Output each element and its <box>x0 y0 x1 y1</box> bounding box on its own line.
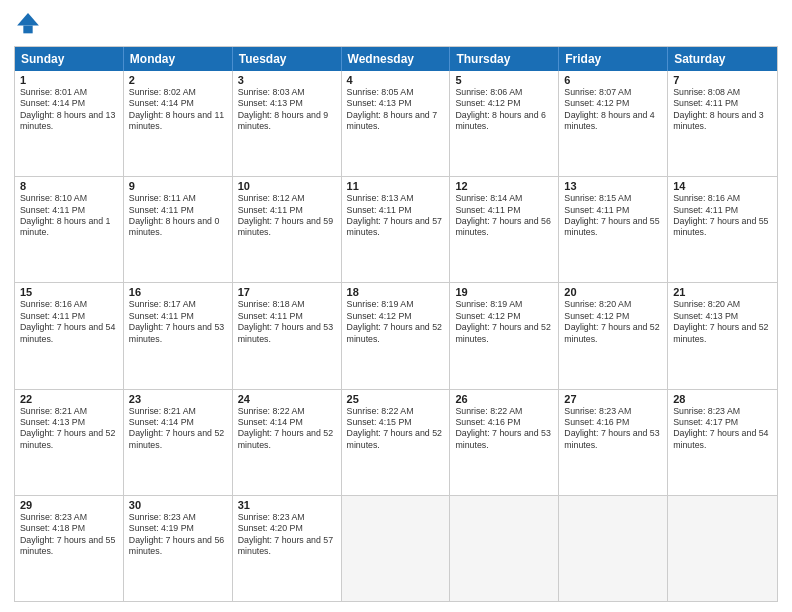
day-number: 24 <box>238 393 336 405</box>
day-number: 3 <box>238 74 336 86</box>
cell-details: Sunrise: 8:15 AM Sunset: 4:11 PM Dayligh… <box>564 193 662 239</box>
calendar-cell: 8Sunrise: 8:10 AM Sunset: 4:11 PM Daylig… <box>15 177 124 282</box>
day-number: 8 <box>20 180 118 192</box>
calendar-header: SundayMondayTuesdayWednesdayThursdayFrid… <box>15 47 777 71</box>
cell-details: Sunrise: 8:22 AM Sunset: 4:16 PM Dayligh… <box>455 406 553 452</box>
cell-details: Sunrise: 8:08 AM Sunset: 4:11 PM Dayligh… <box>673 87 772 133</box>
calendar: SundayMondayTuesdayWednesdayThursdayFrid… <box>14 46 778 602</box>
header-cell-tuesday: Tuesday <box>233 47 342 71</box>
cell-details: Sunrise: 8:01 AM Sunset: 4:14 PM Dayligh… <box>20 87 118 133</box>
calendar-cell: 30Sunrise: 8:23 AM Sunset: 4:19 PM Dayli… <box>124 496 233 601</box>
day-number: 11 <box>347 180 445 192</box>
cell-details: Sunrise: 8:23 AM Sunset: 4:18 PM Dayligh… <box>20 512 118 558</box>
day-number: 20 <box>564 286 662 298</box>
calendar-cell: 15Sunrise: 8:16 AM Sunset: 4:11 PM Dayli… <box>15 283 124 388</box>
day-number: 25 <box>347 393 445 405</box>
calendar-cell: 2Sunrise: 8:02 AM Sunset: 4:14 PM Daylig… <box>124 71 233 176</box>
day-number: 4 <box>347 74 445 86</box>
calendar-row-3: 15Sunrise: 8:16 AM Sunset: 4:11 PM Dayli… <box>15 282 777 388</box>
cell-details: Sunrise: 8:07 AM Sunset: 4:12 PM Dayligh… <box>564 87 662 133</box>
calendar-cell: 5Sunrise: 8:06 AM Sunset: 4:12 PM Daylig… <box>450 71 559 176</box>
cell-details: Sunrise: 8:13 AM Sunset: 4:11 PM Dayligh… <box>347 193 445 239</box>
calendar-cell: 25Sunrise: 8:22 AM Sunset: 4:15 PM Dayli… <box>342 390 451 495</box>
cell-details: Sunrise: 8:02 AM Sunset: 4:14 PM Dayligh… <box>129 87 227 133</box>
calendar-cell: 24Sunrise: 8:22 AM Sunset: 4:14 PM Dayli… <box>233 390 342 495</box>
header <box>14 10 778 38</box>
header-cell-thursday: Thursday <box>450 47 559 71</box>
cell-details: Sunrise: 8:12 AM Sunset: 4:11 PM Dayligh… <box>238 193 336 239</box>
day-number: 16 <box>129 286 227 298</box>
calendar-cell: 31Sunrise: 8:23 AM Sunset: 4:20 PM Dayli… <box>233 496 342 601</box>
cell-details: Sunrise: 8:06 AM Sunset: 4:12 PM Dayligh… <box>455 87 553 133</box>
calendar-body: 1Sunrise: 8:01 AM Sunset: 4:14 PM Daylig… <box>15 71 777 601</box>
cell-details: Sunrise: 8:21 AM Sunset: 4:13 PM Dayligh… <box>20 406 118 452</box>
calendar-cell: 6Sunrise: 8:07 AM Sunset: 4:12 PM Daylig… <box>559 71 668 176</box>
day-number: 17 <box>238 286 336 298</box>
calendar-cell: 21Sunrise: 8:20 AM Sunset: 4:13 PM Dayli… <box>668 283 777 388</box>
cell-details: Sunrise: 8:11 AM Sunset: 4:11 PM Dayligh… <box>129 193 227 239</box>
cell-details: Sunrise: 8:23 AM Sunset: 4:19 PM Dayligh… <box>129 512 227 558</box>
logo <box>14 10 46 38</box>
calendar-cell: 14Sunrise: 8:16 AM Sunset: 4:11 PM Dayli… <box>668 177 777 282</box>
cell-details: Sunrise: 8:23 AM Sunset: 4:17 PM Dayligh… <box>673 406 772 452</box>
cell-details: Sunrise: 8:23 AM Sunset: 4:16 PM Dayligh… <box>564 406 662 452</box>
header-cell-wednesday: Wednesday <box>342 47 451 71</box>
calendar-row-5: 29Sunrise: 8:23 AM Sunset: 4:18 PM Dayli… <box>15 495 777 601</box>
calendar-cell <box>342 496 451 601</box>
cell-details: Sunrise: 8:23 AM Sunset: 4:20 PM Dayligh… <box>238 512 336 558</box>
calendar-cell <box>559 496 668 601</box>
day-number: 21 <box>673 286 772 298</box>
calendar-cell: 26Sunrise: 8:22 AM Sunset: 4:16 PM Dayli… <box>450 390 559 495</box>
calendar-cell: 20Sunrise: 8:20 AM Sunset: 4:12 PM Dayli… <box>559 283 668 388</box>
calendar-row-1: 1Sunrise: 8:01 AM Sunset: 4:14 PM Daylig… <box>15 71 777 176</box>
day-number: 9 <box>129 180 227 192</box>
calendar-cell: 23Sunrise: 8:21 AM Sunset: 4:14 PM Dayli… <box>124 390 233 495</box>
day-number: 31 <box>238 499 336 511</box>
calendar-cell: 13Sunrise: 8:15 AM Sunset: 4:11 PM Dayli… <box>559 177 668 282</box>
cell-details: Sunrise: 8:22 AM Sunset: 4:15 PM Dayligh… <box>347 406 445 452</box>
calendar-cell: 18Sunrise: 8:19 AM Sunset: 4:12 PM Dayli… <box>342 283 451 388</box>
cell-details: Sunrise: 8:14 AM Sunset: 4:11 PM Dayligh… <box>455 193 553 239</box>
calendar-cell: 22Sunrise: 8:21 AM Sunset: 4:13 PM Dayli… <box>15 390 124 495</box>
day-number: 30 <box>129 499 227 511</box>
calendar-cell: 12Sunrise: 8:14 AM Sunset: 4:11 PM Dayli… <box>450 177 559 282</box>
day-number: 5 <box>455 74 553 86</box>
calendar-row-4: 22Sunrise: 8:21 AM Sunset: 4:13 PM Dayli… <box>15 389 777 495</box>
day-number: 27 <box>564 393 662 405</box>
cell-details: Sunrise: 8:22 AM Sunset: 4:14 PM Dayligh… <box>238 406 336 452</box>
logo-icon <box>14 10 42 38</box>
day-number: 6 <box>564 74 662 86</box>
page: SundayMondayTuesdayWednesdayThursdayFrid… <box>0 0 792 612</box>
day-number: 12 <box>455 180 553 192</box>
calendar-cell: 9Sunrise: 8:11 AM Sunset: 4:11 PM Daylig… <box>124 177 233 282</box>
calendar-cell: 3Sunrise: 8:03 AM Sunset: 4:13 PM Daylig… <box>233 71 342 176</box>
cell-details: Sunrise: 8:19 AM Sunset: 4:12 PM Dayligh… <box>347 299 445 345</box>
day-number: 26 <box>455 393 553 405</box>
calendar-row-2: 8Sunrise: 8:10 AM Sunset: 4:11 PM Daylig… <box>15 176 777 282</box>
cell-details: Sunrise: 8:17 AM Sunset: 4:11 PM Dayligh… <box>129 299 227 345</box>
day-number: 22 <box>20 393 118 405</box>
header-cell-sunday: Sunday <box>15 47 124 71</box>
day-number: 13 <box>564 180 662 192</box>
cell-details: Sunrise: 8:03 AM Sunset: 4:13 PM Dayligh… <box>238 87 336 133</box>
day-number: 15 <box>20 286 118 298</box>
calendar-cell <box>450 496 559 601</box>
day-number: 28 <box>673 393 772 405</box>
calendar-cell: 17Sunrise: 8:18 AM Sunset: 4:11 PM Dayli… <box>233 283 342 388</box>
calendar-cell: 1Sunrise: 8:01 AM Sunset: 4:14 PM Daylig… <box>15 71 124 176</box>
day-number: 18 <box>347 286 445 298</box>
cell-details: Sunrise: 8:20 AM Sunset: 4:12 PM Dayligh… <box>564 299 662 345</box>
day-number: 1 <box>20 74 118 86</box>
calendar-cell: 28Sunrise: 8:23 AM Sunset: 4:17 PM Dayli… <box>668 390 777 495</box>
cell-details: Sunrise: 8:19 AM Sunset: 4:12 PM Dayligh… <box>455 299 553 345</box>
day-number: 23 <box>129 393 227 405</box>
day-number: 10 <box>238 180 336 192</box>
cell-details: Sunrise: 8:21 AM Sunset: 4:14 PM Dayligh… <box>129 406 227 452</box>
header-cell-friday: Friday <box>559 47 668 71</box>
day-number: 2 <box>129 74 227 86</box>
svg-rect-1 <box>23 26 32 34</box>
svg-marker-0 <box>17 13 39 25</box>
cell-details: Sunrise: 8:20 AM Sunset: 4:13 PM Dayligh… <box>673 299 772 345</box>
cell-details: Sunrise: 8:16 AM Sunset: 4:11 PM Dayligh… <box>673 193 772 239</box>
calendar-cell: 27Sunrise: 8:23 AM Sunset: 4:16 PM Dayli… <box>559 390 668 495</box>
